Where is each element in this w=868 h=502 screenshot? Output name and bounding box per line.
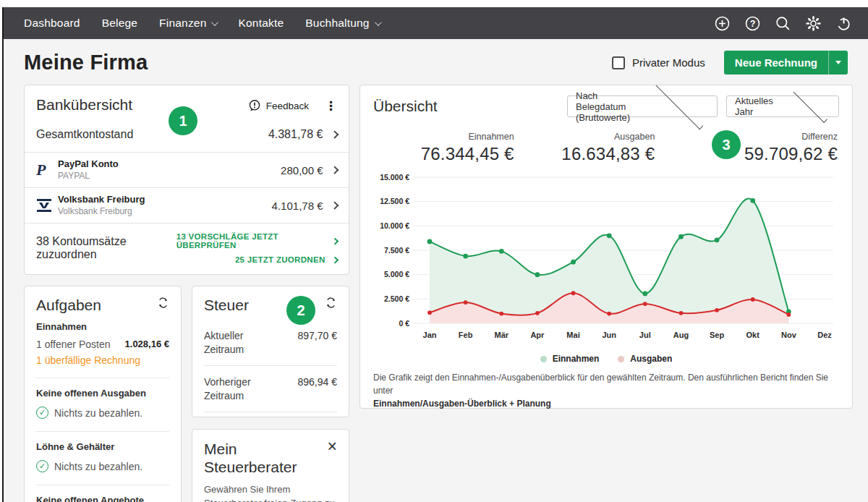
- volksbank-icon: [36, 198, 58, 213]
- new-invoice-split-button: Neue Rechnung: [724, 51, 848, 75]
- tax-advisor-card: Mein Steuerberater × Gewähren Sie Ihrem …: [192, 429, 349, 502]
- bank-total-value: 4.381,78 €: [268, 128, 323, 141]
- app-window: Dashboard Belege Finanzen Kontakte Buchh…: [2, 7, 868, 502]
- svg-text:Feb: Feb: [459, 331, 473, 339]
- paypal-icon: P: [36, 161, 58, 179]
- refresh-icon[interactable]: [157, 297, 169, 312]
- review-suggestions-link[interactable]: 13 VORSCHLÄGE JETZT ÜBERPRÜFEN: [176, 232, 337, 250]
- svg-text:?: ?: [750, 18, 756, 28]
- nav-item-dashboard[interactable]: Dashboard: [24, 17, 80, 30]
- onboarding-badge-3[interactable]: 3: [712, 130, 741, 159]
- private-mode-toggle[interactable]: Privater Modus: [612, 56, 705, 69]
- close-icon[interactable]: ×: [328, 440, 337, 453]
- feedback-button[interactable]: Feedback: [248, 99, 309, 112]
- svg-text:Okt: Okt: [746, 331, 760, 339]
- chevron-right-icon: [331, 237, 338, 244]
- chevron-right-icon: [331, 202, 339, 210]
- nav-item-belege[interactable]: Belege: [102, 17, 137, 30]
- nav-item-kontakte[interactable]: Kontakte: [238, 17, 284, 30]
- tasks-card-title: Aufgaben: [36, 297, 101, 314]
- chevron-down-icon: [793, 88, 827, 122]
- page-title: Meine Firma: [24, 51, 148, 75]
- check-circle-icon: ✓: [36, 460, 48, 472]
- chevron-right-icon: [331, 256, 338, 263]
- task-status-row: ✓Nichts zu bezahlen.: [36, 459, 169, 475]
- help-icon[interactable]: ?: [744, 15, 761, 32]
- task-section-heading: Keine offenen Ausgaben: [36, 388, 169, 399]
- advisor-text: Gewähren Sie Ihrem Steuerberater freien …: [204, 483, 337, 502]
- bank-account-row-volksbank[interactable]: Volksbank Freiburg Volksbank Freiburg 4.…: [25, 187, 349, 223]
- bank-account-row-paypal[interactable]: P PayPal Konto PAYPAL 280,00 €: [25, 152, 349, 187]
- svg-text:7.500 €: 7.500 €: [384, 246, 409, 255]
- bank-overview-card: 1 Bankübersicht Feedback ⋮ Gesamtkontost: [24, 85, 349, 275]
- private-mode-label: Privater Modus: [632, 56, 705, 69]
- nav-item-finanzen[interactable]: Finanzen: [159, 17, 216, 30]
- svg-text:Jun: Jun: [602, 331, 616, 339]
- settings-icon[interactable]: [805, 15, 822, 32]
- bank-total-label: Gesamtkontostand: [36, 128, 133, 141]
- svg-text:5.000 €: 5.000 €: [384, 270, 409, 278]
- new-invoice-button[interactable]: Neue Rechnung: [724, 51, 829, 75]
- search-icon[interactable]: [775, 15, 791, 32]
- legend-ausgaben: Ausgaben: [618, 354, 672, 364]
- overview-card: 3 Übersicht Nach Belegdatum (Bruttowerte…: [359, 85, 853, 409]
- power-icon[interactable]: [835, 15, 852, 32]
- task-section-heading: Keine offenen Angebote: [36, 495, 169, 502]
- svg-text:Sep: Sep: [710, 331, 724, 339]
- chevron-right-icon: [331, 131, 339, 139]
- svg-text:Nov: Nov: [781, 331, 797, 339]
- open-item-row[interactable]: 1 offener Posten1.028,16 €: [36, 339, 169, 350]
- check-circle-icon: ✓: [36, 407, 48, 419]
- income-expense-chart: 0 €2.500 €5.000 €7.500 €10.000 €12.500 €…: [373, 169, 839, 351]
- stat-einnahmen: Einnahmen 76.344,45 €: [373, 132, 514, 164]
- task-section-heading: Einnahmen: [36, 321, 169, 332]
- assign-now-link[interactable]: 25 JETZT ZUORDNEN: [235, 255, 337, 264]
- chart-footnote: Die Grafik zeigt den Einnahmen-/Ausgaben…: [373, 371, 839, 410]
- tasks-card: Aufgaben Einnahmen 1 offener Posten1.028…: [24, 286, 182, 502]
- stat-ausgaben: Ausgaben 16.634,83 €: [514, 132, 697, 164]
- top-nav: Dashboard Belege Finanzen Kontakte Buchh…: [4, 7, 868, 39]
- nav-item-buchhaltung[interactable]: Buchhaltung: [305, 17, 379, 30]
- legend-dot-pink: [618, 356, 624, 362]
- onboarding-badge-2[interactable]: 2: [286, 296, 315, 325]
- svg-text:Aug: Aug: [673, 331, 689, 339]
- task-status-row: ✓Nichts zu bezahlen.: [36, 405, 169, 421]
- chevron-down-icon: [375, 19, 382, 26]
- svg-text:2.500 €: 2.500 €: [384, 294, 409, 303]
- tax-card-title: Steuer: [204, 297, 249, 314]
- chevron-down-icon: [211, 19, 218, 26]
- svg-text:Mär: Mär: [494, 331, 509, 339]
- nav-icon-group: ?: [714, 15, 852, 32]
- svg-text:10.000 €: 10.000 €: [380, 221, 409, 230]
- legend-dot-green: [540, 356, 547, 362]
- report-link[interactable]: Einnahmen/Ausgaben-Überblick + Planung: [373, 399, 551, 409]
- advisor-card-title: Mein Steuerberater: [204, 440, 328, 476]
- tax-previous-period-row: Vorheriger Zeitraum896,94 €: [204, 366, 337, 412]
- unassigned-transactions-label: 38 Kontoumsätze zuzuordnen: [36, 235, 176, 261]
- period-select[interactable]: Aktuelles Jahr: [726, 95, 839, 117]
- overview-card-title: Übersicht: [373, 98, 438, 115]
- new-invoice-dropdown-button[interactable]: [829, 51, 848, 75]
- overview-stats: Einnahmen 76.344,45 € Ausgaben 16.634,83…: [373, 132, 839, 164]
- plus-circle-icon[interactable]: [714, 15, 731, 32]
- refresh-icon[interactable]: [325, 297, 337, 312]
- onboarding-badge-1[interactable]: 1: [169, 106, 197, 135]
- overdue-invoice-link[interactable]: 1 überfällige Rechnung: [36, 354, 140, 366]
- svg-text:Apr: Apr: [530, 331, 545, 339]
- svg-text:12.500 €: 12.500 €: [380, 197, 409, 205]
- task-section-heading: Löhne & Gehälter: [36, 441, 169, 452]
- private-mode-checkbox[interactable]: [612, 56, 625, 69]
- page-body: Meine Firma Privater Modus Neue Rechnung…: [4, 39, 868, 502]
- tax-current-period-row: Aktueller Zeitraum897,70 €: [204, 320, 337, 366]
- page-header: Meine Firma Privater Modus Neue Rechnung: [24, 39, 848, 85]
- chevron-right-icon: [331, 166, 339, 174]
- svg-text:Dez: Dez: [817, 331, 832, 339]
- tax-card: 2 Steuer Aktueller Zeitraum897,70 €: [192, 286, 349, 417]
- kebab-menu-icon[interactable]: ⋮: [325, 100, 337, 112]
- svg-text:Jan: Jan: [423, 331, 437, 339]
- bank-card-title: Bankübersicht: [36, 96, 132, 114]
- svg-text:15.000 €: 15.000 €: [380, 173, 409, 182]
- chevron-down-icon: [655, 82, 702, 129]
- value-basis-select[interactable]: Nach Belegdatum (Bruttowerte): [567, 95, 718, 117]
- chevron-down-icon: [835, 61, 841, 64]
